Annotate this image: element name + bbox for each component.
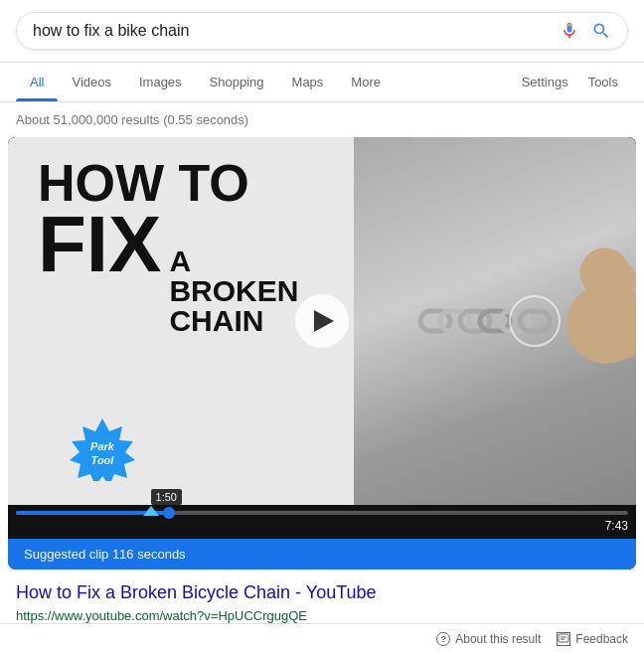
info-icon: ?: [436, 632, 450, 646]
tab-maps[interactable]: Maps: [278, 63, 338, 101]
tab-shopping[interactable]: Shopping: [196, 63, 278, 101]
video-thumbnail[interactable]: HOW TO FIX A BROKENCHAIN Park Tool: [8, 137, 636, 505]
suggested-clip-bar: Suggested clip 116 seconds: [8, 539, 636, 570]
video-duration: 7:43: [605, 519, 628, 533]
tab-tools[interactable]: Tools: [578, 63, 628, 101]
time-tooltip: 1:50: [151, 489, 182, 505]
progress-thumb[interactable]: [163, 507, 175, 519]
nav-tabs: All Videos Images Shopping Maps More Set…: [0, 63, 644, 102]
svg-text:Tool: Tool: [91, 454, 115, 466]
results-count: About 51,000,000 results (0.55 seconds): [0, 102, 644, 137]
parktool-logo: Park Tool: [38, 397, 324, 485]
clip-marker-icon: [143, 506, 159, 516]
video-right-panel: [354, 137, 636, 505]
result-title-link[interactable]: How to Fix a Broken Bicycle Chain - YouT…: [16, 582, 377, 602]
tab-settings[interactable]: Settings: [512, 63, 578, 101]
tab-more[interactable]: More: [337, 63, 395, 101]
play-button[interactable]: [295, 294, 349, 348]
feedback-item[interactable]: Feedback: [557, 632, 628, 646]
svg-text:Park: Park: [90, 440, 115, 452]
tab-images[interactable]: Images: [125, 63, 196, 101]
search-icon[interactable]: [591, 21, 611, 41]
tab-videos[interactable]: Videos: [58, 63, 125, 101]
feedback-label: Feedback: [575, 632, 628, 646]
search-input[interactable]: [33, 22, 560, 40]
result-url[interactable]: https://www.youtube.com/watch?v=HpUCCrgu…: [16, 608, 628, 623]
controls-bottom: 7:43: [16, 519, 628, 533]
video-result: HOW TO FIX A BROKENCHAIN Park Tool: [8, 137, 636, 570]
tab-all[interactable]: All: [16, 63, 58, 101]
search-bar-container: [0, 0, 644, 63]
video-title-fix: FIX A BROKENCHAIN: [38, 209, 324, 336]
about-this-result-item[interactable]: ? About this result: [436, 632, 541, 646]
feedback-icon: [557, 632, 570, 646]
video-controls: 1:50 7:43: [8, 505, 636, 539]
search-bar: [16, 12, 628, 50]
about-label: About this result: [455, 632, 541, 646]
svg-rect-9: [520, 311, 550, 331]
progress-bar[interactable]: 1:50: [16, 511, 628, 515]
microphone-icon[interactable]: [560, 21, 579, 41]
play-triangle-icon: [314, 310, 334, 332]
search-icons: [560, 21, 611, 41]
svg-rect-11: [559, 634, 568, 642]
bottom-bar: ? About this result Feedback: [0, 623, 644, 654]
